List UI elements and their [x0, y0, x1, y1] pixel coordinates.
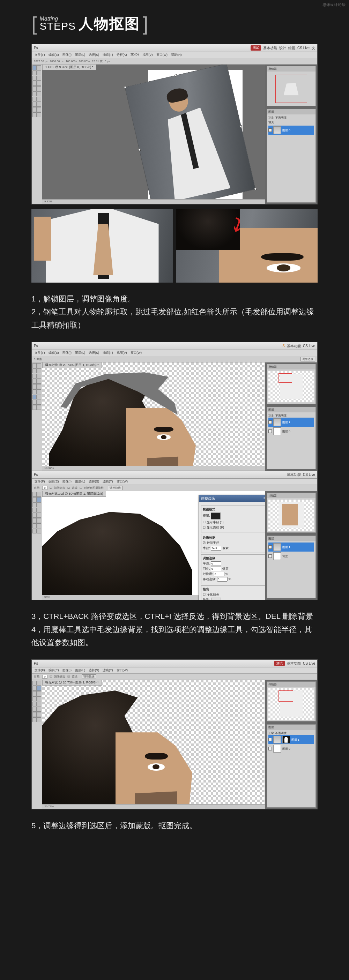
lasso-tool-icon[interactable] — [32, 70, 37, 75]
refine-edge-button-3[interactable]: 调整边缘 — [82, 675, 96, 679]
wand-tool-icon[interactable] — [37, 70, 41, 75]
handle-rc[interactable] — [240, 125, 242, 128]
gradient-tool-icon[interactable] — [37, 91, 41, 96]
navigator-thumbnail[interactable] — [268, 73, 314, 104]
menu-help[interactable]: 帮助(H) — [171, 52, 182, 57]
menu-file[interactable]: 文件(F) — [35, 52, 45, 57]
view-swatch[interactable] — [211, 512, 221, 519]
blend-mode[interactable]: 正常 — [268, 116, 274, 120]
move-tool-icon[interactable] — [32, 65, 37, 70]
menu-select[interactable]: 选择(S) — [89, 52, 99, 57]
navigator-head[interactable]: 导航器 — [267, 66, 316, 72]
refine-edge-button[interactable]: 调整边缘 — [301, 357, 315, 361]
pen-tool-icon[interactable] — [32, 395, 37, 399]
layer-row-0[interactable]: 图层 0 — [268, 126, 314, 135]
zoom-tool-icon[interactable] — [37, 112, 41, 117]
layer-row-b[interactable]: 图层 0 — [268, 427, 314, 436]
layers-head[interactable]: 图层 — [267, 109, 316, 115]
eye-2 — [157, 434, 171, 440]
opt-antialias[interactable]: 消除锯齿 — [54, 486, 65, 490]
magic-wand-tool-icon[interactable] — [37, 686, 41, 691]
chk-show-orig[interactable]: 显示原稿 (P) — [207, 526, 225, 529]
menu-layer[interactable]: 图层(L) — [75, 52, 85, 57]
titlebar-mode-2[interactable]: 设计 — [279, 46, 286, 51]
crop-tool-icon[interactable] — [32, 76, 37, 81]
nav-thumb-4[interactable] — [268, 688, 314, 720]
ps-panels: 导航器 图层 正常 不透明度: 填 — [265, 65, 317, 204]
magic-wand-tool-icon[interactable] — [37, 497, 41, 502]
pen-tool-icon[interactable] — [32, 102, 37, 107]
transform-bounding-box[interactable] — [124, 65, 256, 204]
path-tool-icon[interactable] — [32, 107, 37, 112]
hand-tool-icon[interactable] — [32, 112, 37, 117]
menu-3d[interactable]: 3D(D) — [131, 52, 139, 57]
layer-row-mask[interactable]: 图层 1 — [268, 735, 314, 744]
handle-br[interactable] — [254, 188, 257, 190]
refine-edge-dialog[interactable]: 调整边缘✕ 视图模式 视图: ☐ 显示半径 (J) ☐ 显示原稿 (P) 边缘检… — [199, 495, 265, 600]
titlebar-mode-3[interactable]: 绘画 — [288, 46, 295, 51]
layer-thumb-img[interactable] — [273, 736, 281, 743]
nav-thumb-2[interactable] — [268, 371, 314, 402]
history-tool-icon[interactable] — [37, 86, 41, 91]
beard-2 — [147, 452, 178, 468]
menu-filter[interactable]: 滤镜(T) — [103, 52, 113, 57]
layer-row-c[interactable]: 图层 1 — [268, 542, 314, 552]
layer-row-d[interactable]: 背景 — [268, 552, 314, 561]
titlebar-mode-1[interactable]: 基本功能 — [263, 46, 277, 51]
brush-tool-icon[interactable] — [37, 81, 41, 86]
opt-skew: 0 px — [105, 60, 110, 63]
opt-h: 2808.00 px — [50, 60, 64, 63]
input-feather[interactable] — [211, 566, 221, 571]
doc-tab-4[interactable]: 曝光对比 @ 20.73% (图层 1, RGB/8) * — [42, 680, 102, 686]
shirt-shape — [155, 100, 231, 201]
canvas-1[interactable] — [148, 70, 242, 203]
canvas-3[interactable]: 曝光对比.psd @ 50%(图层 1, 图层蒙版/8) 50% 调整边缘✕ 视… — [42, 491, 265, 600]
marquee-tool-icon[interactable] — [37, 65, 41, 70]
input-smooth[interactable] — [211, 562, 221, 566]
chk-show-radius[interactable]: 显示半径 (J) — [207, 520, 224, 524]
input-contrast[interactable] — [214, 572, 225, 576]
blur-tool-icon[interactable] — [32, 97, 37, 102]
heal-tool-icon[interactable] — [32, 81, 37, 86]
ps-toolbox[interactable] — [32, 65, 42, 204]
menu-window[interactable]: 窗口(W) — [156, 52, 168, 57]
doc-tab-2[interactable]: 曝光对比 @ 20.73% (图层 1, RGB/8) * — [42, 363, 102, 368]
eraser-tool-icon[interactable] — [32, 91, 37, 96]
fill-label: 填充: — [268, 121, 275, 124]
menu-image[interactable]: 图像(I) — [62, 52, 72, 57]
close-icon[interactable]: ✕ — [263, 496, 265, 501]
stamp-tool-icon[interactable] — [32, 86, 37, 91]
doc-tab-3[interactable]: 曝光对比.psd @ 50%(图层 1, 图层蒙版/8) — [42, 491, 106, 497]
layer-thumb-mask[interactable] — [282, 736, 290, 743]
canvas-2[interactable]: 曝光对比 @ 20.73% (图层 1, RGB/8) * 13.37% — [42, 363, 265, 471]
opt-tolerance-val[interactable]: 0 — [42, 486, 47, 490]
menu-edit[interactable]: 编辑(E) — [48, 52, 59, 57]
input-shift[interactable] — [217, 577, 228, 582]
input-radius[interactable] — [211, 546, 221, 550]
refine-edge-button-2[interactable]: 调整边缘 — [108, 486, 123, 490]
opt-tolerance-label: 容差: — [34, 486, 40, 490]
layer-row-bg[interactable]: 图层 0 — [268, 744, 314, 753]
layer-row-a[interactable]: 图层 1 — [268, 418, 314, 427]
eye-icon[interactable] — [268, 128, 272, 132]
search-icon[interactable]: 文 — [312, 46, 315, 51]
nav-thumb-3[interactable] — [268, 500, 314, 531]
chk-decon[interactable]: 净化颜色 — [207, 593, 219, 596]
eyedrop-tool-icon[interactable] — [37, 76, 41, 81]
canvas-4[interactable]: 曝光对比 @ 20.73% (图层 1, RGB/8) * 20.73% — [42, 680, 265, 809]
text-tool-icon[interactable] — [37, 102, 41, 107]
menu-view[interactable]: 视图(V) — [142, 52, 153, 57]
titlebar-cslive[interactable]: CS Live — [297, 46, 309, 50]
ps-canvas-area[interactable]: 1.CR2 @ 9.32% (图层 0, RGB/8) * — [42, 65, 265, 204]
shape-tool-icon[interactable] — [37, 107, 41, 112]
doc-tab-1[interactable]: 1.CR2 @ 9.32% (图层 0, RGB/8) * — [42, 65, 96, 70]
chk-smart-radius[interactable]: 智能半径 — [207, 541, 219, 545]
ps-window-4: Ps测试基本功能CS Live 文件(F)编辑(E)图像(I)图层(L)选择(S… — [32, 659, 317, 810]
group-adjust: 调整边缘 平滑: 羽化: 像素 对比度: % 移动边缘: % — [201, 554, 265, 584]
layer-thumb[interactable] — [273, 126, 281, 134]
ps-menubar[interactable]: 文件(F) 编辑(E) 图像(I) 图层(L) 选择(S) 滤镜(T) 分析(A… — [32, 52, 317, 58]
menu-analysis[interactable]: 分析(A) — [116, 52, 127, 57]
opt-contiguous[interactable]: 连续 — [72, 486, 78, 490]
dodge-tool-icon[interactable] — [37, 97, 41, 102]
opt-alllayers[interactable]: 对所有图层取样 — [84, 486, 104, 490]
